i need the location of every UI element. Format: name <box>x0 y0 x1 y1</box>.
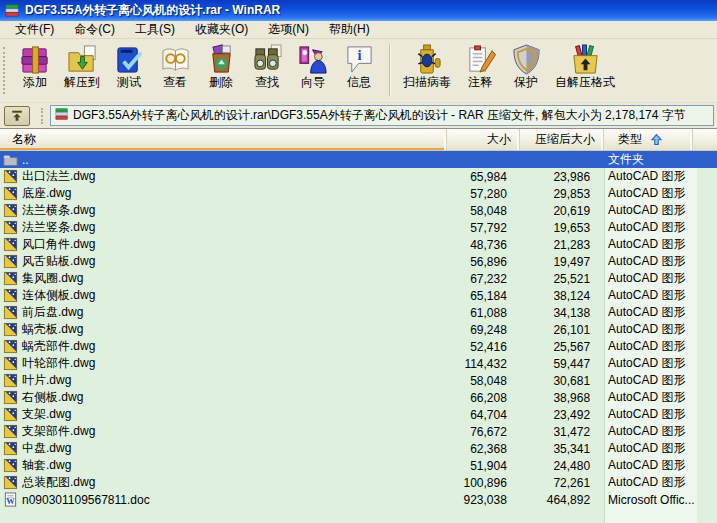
sfx-button-label: 自解压格式 <box>555 76 615 89</box>
column-header-type[interactable]: 类型 <box>604 129 693 150</box>
file-type: AutoCAD 图形 <box>598 423 717 440</box>
file-name: 法兰竖条.dwg <box>22 219 95 236</box>
table-row[interactable]: W 右侧板.dwg 66,208 38,968 AutoCAD 图形 <box>0 389 717 406</box>
file-size: 69,248 <box>443 323 515 337</box>
file-size: 57,280 <box>443 187 515 201</box>
winrar-archive-icon <box>55 107 69 124</box>
file-icon: W <box>3 373 18 388</box>
file-name: 右侧板.dwg <box>22 389 83 406</box>
file-size: 48,736 <box>443 238 515 252</box>
archive-path-combobox[interactable]: DGF3.55A外转子离心风机的设计.rar\DGF3.55A外转子离心风机的设… <box>50 105 714 126</box>
column-header-size-label: 大小 <box>487 131 511 148</box>
menu-item[interactable]: 工具(S) <box>125 20 185 39</box>
table-row[interactable]: W 蜗壳板.dwg 69,248 26,101 AutoCAD 图形 <box>0 321 717 338</box>
find-button[interactable]: 查找 <box>244 41 290 99</box>
find-button-label: 查找 <box>255 76 279 89</box>
file-icon: W <box>3 220 18 235</box>
up-one-level-button[interactable] <box>4 106 30 126</box>
extract-to-button[interactable]: 解压到 <box>58 41 106 99</box>
table-row[interactable]: W 出口法兰.dwg 65,984 23,986 AutoCAD 图形 <box>0 168 717 185</box>
table-row[interactable]: W 前后盘.dwg 61,088 34,138 AutoCAD 图形 <box>0 304 717 321</box>
name-cell: W 法兰竖条.dwg <box>0 219 443 236</box>
table-row[interactable]: W 支架.dwg 64,704 23,492 AutoCAD 图形 <box>0 406 717 423</box>
file-size: 114,432 <box>443 357 515 371</box>
file-size: 67,232 <box>443 272 515 286</box>
table-row[interactable]: W 叶片.dwg 58,048 30,681 AutoCAD 图形 <box>0 372 717 389</box>
table-row[interactable]: W 轴套.dwg 51,904 24,480 AutoCAD 图形 <box>0 457 717 474</box>
file-packed-size: 31,472 <box>515 425 598 439</box>
delete-icon <box>206 44 237 75</box>
table-row[interactable]: W 风舌贴板.dwg 56,896 19,497 AutoCAD 图形 <box>0 253 717 270</box>
address-bar: DGF3.55A外转子离心风机的设计.rar\DGF3.55A外转子离心风机的设… <box>0 103 717 129</box>
view-button[interactable]: 查看 <box>152 41 198 99</box>
column-header-spacer <box>693 129 717 150</box>
info-button[interactable]: i 信息 <box>336 41 382 99</box>
file-icon: W <box>3 186 18 201</box>
name-cell: W 集风圈.dwg <box>0 270 443 287</box>
add-button[interactable]: 添加 <box>12 41 58 99</box>
sfx-button[interactable]: 自解压格式 <box>549 41 621 99</box>
extract-to-button-label: 解压到 <box>64 76 100 89</box>
file-size: 65,184 <box>443 289 515 303</box>
table-row[interactable]: W .. 文件夹 <box>0 151 717 168</box>
table-row[interactable]: W 风口角件.dwg 48,736 21,283 AutoCAD 图形 <box>0 236 717 253</box>
file-packed-size: 26,101 <box>515 323 598 337</box>
file-icon: W <box>3 458 18 473</box>
file-type: AutoCAD 图形 <box>598 338 717 355</box>
table-row[interactable]: W 支架部件.dwg 76,672 31,472 AutoCAD 图形 <box>0 423 717 440</box>
autocad-drawing-icon <box>3 407 18 422</box>
menu-item[interactable]: 帮助(H) <box>319 20 380 39</box>
column-header-packed-size[interactable]: 压缩后大小 <box>520 129 604 150</box>
menu-item[interactable]: 命令(C) <box>64 20 125 39</box>
file-size: 51,904 <box>443 459 515 473</box>
column-header-size[interactable]: 大小 <box>447 129 520 150</box>
protect-button[interactable]: 保护 <box>503 41 549 99</box>
menu-item[interactable]: 选项(N) <box>258 20 319 39</box>
table-row[interactable]: W 中盘.dwg 62,368 35,341 AutoCAD 图形 <box>0 440 717 457</box>
autocad-drawing-icon <box>3 373 18 388</box>
file-packed-size: 34,138 <box>515 306 598 320</box>
protect-button-label: 保护 <box>514 76 538 89</box>
table-row[interactable]: W n090301109567811.doc 923,038 464,892 M… <box>0 491 717 508</box>
autocad-drawing-icon <box>3 356 18 371</box>
column-header-name[interactable]: 名称 <box>0 129 447 150</box>
file-name: 支架部件.dwg <box>22 423 95 440</box>
autocad-drawing-icon <box>3 305 18 320</box>
test-button[interactable]: 测试 <box>106 41 152 99</box>
file-packed-size: 21,283 <box>515 238 598 252</box>
table-row[interactable]: W 法兰竖条.dwg 57,792 19,653 AutoCAD 图形 <box>0 219 717 236</box>
name-cell: W 中盘.dwg <box>0 440 443 457</box>
scan-virus-button[interactable]: 扫描病毒 <box>397 41 457 99</box>
sort-ascending-icon <box>651 134 662 145</box>
delete-button[interactable]: 删除 <box>198 41 244 99</box>
wizard-button[interactable]: 向导 <box>290 41 336 99</box>
comment-button[interactable]: 注释 <box>457 41 503 99</box>
autocad-drawing-icon <box>3 458 18 473</box>
file-type: AutoCAD 图形 <box>598 185 717 202</box>
file-name: 总装配图.dwg <box>22 474 95 491</box>
toolbar-separator <box>389 44 390 96</box>
table-row[interactable]: W 连体侧板.dwg 65,184 38,124 AutoCAD 图形 <box>0 287 717 304</box>
toolbar: 添加 解压到 测试 查看 删除 查找 向导 i 信息 <box>0 39 717 103</box>
addressbar-grip[interactable] <box>41 108 45 124</box>
menu-item[interactable]: 文件(F) <box>5 20 64 39</box>
table-row[interactable]: W 总装配图.dwg 100,896 72,261 AutoCAD 图形 <box>0 474 717 491</box>
file-icon: W <box>3 492 18 507</box>
test-button-label: 测试 <box>117 76 141 89</box>
name-cell: W .. <box>0 152 443 167</box>
name-cell: W 轴套.dwg <box>0 457 443 474</box>
file-icon: W <box>3 152 18 167</box>
info-icon: i <box>344 44 375 75</box>
column-header-packed-label: 压缩后大小 <box>535 131 595 148</box>
table-row[interactable]: W 集风圈.dwg 67,232 25,521 AutoCAD 图形 <box>0 270 717 287</box>
table-row[interactable]: W 蜗壳部件.dwg 52,416 25,567 AutoCAD 图形 <box>0 338 717 355</box>
menu-item[interactable]: 收藏夹(O) <box>185 20 258 39</box>
file-type: AutoCAD 图形 <box>598 287 717 304</box>
table-row[interactable]: W 叶轮部件.dwg 114,432 59,447 AutoCAD 图形 <box>0 355 717 372</box>
file-type: AutoCAD 图形 <box>598 321 717 338</box>
file-icon: W <box>3 441 18 456</box>
toolbar-grip[interactable] <box>3 47 7 94</box>
table-row[interactable]: W 法兰横条.dwg 58,048 20,619 AutoCAD 图形 <box>0 202 717 219</box>
file-packed-size: 35,341 <box>515 442 598 456</box>
table-row[interactable]: W 底座.dwg 57,280 29,853 AutoCAD 图形 <box>0 185 717 202</box>
